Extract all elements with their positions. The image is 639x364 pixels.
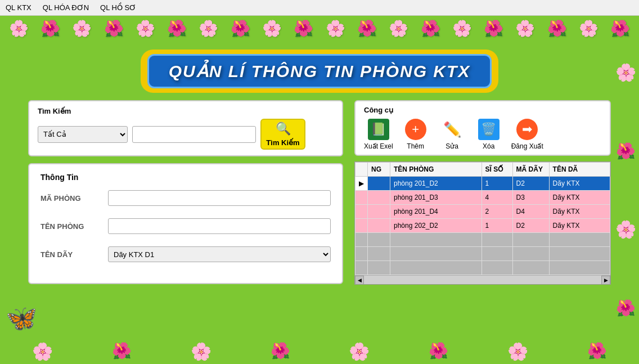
logout-icon: ➡ bbox=[522, 122, 532, 137]
menu-ql-ktx[interactable]: QL KTX bbox=[6, 3, 32, 12]
edit-icon: ✏️ bbox=[443, 121, 461, 138]
ten-day-row: TÊN DÃY Dãy KTX D1 Dãy KTX D2 Dãy KTX D3… bbox=[40, 246, 331, 262]
add-icon: + bbox=[412, 122, 419, 137]
row-ten-da-cell: Dãy KTX bbox=[549, 205, 610, 219]
table-row[interactable]: ▶ phòng 201_D2 1 D2 Dãy KTX bbox=[356, 177, 610, 191]
page-title: QUẢN LÍ THÔNG TIN PHÒNG KTX bbox=[169, 62, 471, 80]
edit-button[interactable]: ✏️ Sửa bbox=[438, 119, 466, 150]
scroll-right-arrow[interactable]: ▶ bbox=[601, 276, 610, 285]
col-si-so: SĨ SỐ bbox=[482, 163, 512, 177]
flower-icon-2: 🌺 bbox=[40, 19, 60, 38]
header-banner-container: QUẢN LÍ THÔNG TIN PHÒNG KTX bbox=[0, 50, 639, 93]
table-row[interactable]: phòng 202_D2 1 D2 Dãy KTX bbox=[356, 219, 610, 233]
flower-icon-16: 🌺 bbox=[484, 19, 503, 38]
row-ten-phong-cell: phòng 201_D2 bbox=[390, 177, 482, 191]
table-row[interactable]: phòng 201_D3 4 D3 Dãy KTX bbox=[356, 191, 610, 205]
excel-button[interactable]: 📗 Xuất Exel bbox=[364, 119, 393, 150]
search-dropdown[interactable]: Tất Cả Mã Phòng Tên Phòng Tên Dãy bbox=[38, 126, 128, 143]
logout-button[interactable]: ➡ Đăng Xuất bbox=[511, 119, 543, 150]
row-arrow-cell bbox=[356, 191, 368, 205]
table-scroll-container[interactable]: NG TÊN PHÒNG SĨ SỐ MÃ DÃY TÊN DÃ ▶ bbox=[355, 162, 610, 275]
delete-icon: 🗑️ bbox=[481, 122, 496, 137]
right-flower-3: 🌸 bbox=[615, 219, 636, 239]
menu-ql-ho-so[interactable]: QL HỒ SƠ bbox=[100, 3, 136, 12]
row-ten-da-cell: Dãy KTX bbox=[549, 177, 610, 191]
row-si-so-cell: 2 bbox=[482, 205, 512, 219]
flower-icon-8: 🌺 bbox=[231, 19, 250, 38]
ten-day-select[interactable]: Dãy KTX D1 Dãy KTX D2 Dãy KTX D3 Dãy KTX… bbox=[108, 246, 331, 262]
flower-icon-13: 🌸 bbox=[389, 19, 408, 38]
flower-icon-10: 🌺 bbox=[294, 19, 313, 38]
flower-icon-11: 🌸 bbox=[326, 19, 345, 38]
logout-label: Đăng Xuất bbox=[511, 142, 543, 150]
excel-icon: 📗 bbox=[371, 122, 386, 137]
row-si-so-cell: 1 bbox=[482, 177, 512, 191]
tools-label: Công cụ bbox=[364, 106, 601, 114]
right-flower-decoration: 🌸 🌺 🌸 🌺 bbox=[615, 33, 636, 347]
bottom-flower-5: 🌸 bbox=[349, 341, 370, 361]
flower-icon-14: 🌺 bbox=[421, 19, 440, 38]
data-table-area: NG TÊN PHÒNG SĨ SỐ MÃ DÃY TÊN DÃ ▶ bbox=[354, 161, 611, 285]
add-button[interactable]: + Thêm bbox=[402, 119, 430, 150]
ma-phong-row: MÃ PHÒNG bbox=[40, 190, 331, 206]
ten-phong-input[interactable] bbox=[108, 218, 331, 234]
flower-icon-17: 🌸 bbox=[515, 19, 535, 38]
bottom-flower-3: 🌸 bbox=[191, 341, 212, 361]
left-section: Tìm Kiếm Tất Cả Mã Phòng Tên Phòng Tên D… bbox=[28, 100, 343, 285]
flower-icon-1: 🌸 bbox=[9, 19, 29, 38]
bottom-flower-4: 🌺 bbox=[271, 341, 290, 361]
bottom-flower-8: 🌺 bbox=[587, 341, 607, 361]
bottom-flower-1: 🌸 bbox=[32, 341, 53, 361]
row-ma-day-cell: D4 bbox=[512, 205, 549, 219]
banner-outer: QUẢN LÍ THÔNG TIN PHÒNG KTX bbox=[141, 50, 499, 93]
edit-label: Sửa bbox=[446, 142, 458, 150]
col-ng: NG bbox=[368, 163, 390, 177]
row-arrow-cell: ▶ bbox=[356, 177, 368, 191]
content-section: Tìm Kiếm Tất Cả Mã Phòng Tên Phòng Tên D… bbox=[0, 100, 639, 285]
flower-icon-15: 🌸 bbox=[452, 19, 472, 38]
scroll-left-arrow[interactable]: ◀ bbox=[355, 276, 364, 285]
table-row[interactable]: phòng 201_D4 2 D4 Dãy KTX bbox=[356, 205, 610, 219]
table-empty-row bbox=[356, 233, 610, 247]
info-panel: Thông Tin MÃ PHÒNG TÊN PHÒNG TÊN DÃY Dãy… bbox=[28, 163, 343, 284]
ma-phong-label: MÃ PHÒNG bbox=[40, 194, 108, 203]
row-ten-da-cell: Dãy KTX bbox=[549, 191, 610, 205]
row-arrow-cell bbox=[356, 205, 368, 219]
col-ten-phong: TÊN PHÒNG bbox=[390, 163, 482, 177]
row-ng-cell bbox=[368, 177, 390, 191]
right-flower-4: 🌺 bbox=[616, 299, 636, 317]
table-header-row: NG TÊN PHÒNG SĨ SỐ MÃ DÃY TÊN DÃ bbox=[356, 163, 610, 177]
row-si-so-cell: 1 bbox=[482, 219, 512, 233]
flower-icon-3: 🌸 bbox=[72, 19, 92, 38]
data-table: NG TÊN PHÒNG SĨ SỐ MÃ DÃY TÊN DÃ ▶ bbox=[355, 162, 610, 275]
flower-icon-6: 🌺 bbox=[167, 19, 187, 38]
row-ng-cell bbox=[368, 205, 390, 219]
row-ng-cell bbox=[368, 219, 390, 233]
flower-icon-4: 🌺 bbox=[104, 19, 124, 38]
scroll-track[interactable] bbox=[364, 276, 601, 284]
main-area: 🌸 🌺 🌸 🌺 🌸 🌺 🌸 🌺 🌸 🌺 🌸 🌺 🌸 🌺 🌸 🌺 🌸 🌺 🌸 🌺 … bbox=[0, 16, 639, 364]
menu-bar: QL KTX QL HÓA ĐƠN QL HỒ SƠ bbox=[0, 0, 639, 16]
ten-phong-label: TÊN PHÒNG bbox=[40, 222, 108, 231]
tools-buttons-row: 📗 Xuất Exel + Thêm ✏️ bbox=[364, 119, 601, 150]
horizontal-scrollbar[interactable]: ◀ ▶ bbox=[355, 275, 610, 284]
table-empty-row bbox=[356, 261, 610, 275]
delete-button[interactable]: 🗑️ Xóa bbox=[475, 119, 503, 150]
menu-ql-hoa-don[interactable]: QL HÓA ĐƠN bbox=[43, 3, 89, 12]
ma-phong-input[interactable] bbox=[108, 190, 331, 206]
flower-icon-19: 🌸 bbox=[579, 19, 598, 38]
row-ten-phong-cell: phòng 201_D3 bbox=[390, 191, 482, 205]
search-button-label: Tìm Kiếm bbox=[266, 138, 299, 147]
flower-decoration-top: 🌸 🌺 🌸 🌺 🌸 🌺 🌸 🌺 🌸 🌺 🌸 🌺 🌸 🌺 🌸 🌺 🌸 🌺 🌸 🌺 bbox=[0, 16, 639, 41]
add-label: Thêm bbox=[407, 142, 424, 150]
banner-inner: QUẢN LÍ THÔNG TIN PHÒNG KTX bbox=[147, 54, 492, 88]
right-flower-2: 🌺 bbox=[616, 142, 636, 160]
row-ma-day-cell: D2 bbox=[512, 219, 549, 233]
search-button[interactable]: 🔍 Tìm Kiếm bbox=[260, 119, 305, 150]
row-si-so-cell: 4 bbox=[482, 191, 512, 205]
flower-decoration-bottom: 🌸 🌺 🌸 🌺 🌸 🌺 🌸 🌺 bbox=[0, 341, 639, 361]
bottom-flower-2: 🌺 bbox=[112, 341, 132, 361]
search-input[interactable] bbox=[132, 126, 256, 143]
row-ng-cell bbox=[368, 191, 390, 205]
butterfly-decoration: 🦋 bbox=[6, 303, 37, 333]
